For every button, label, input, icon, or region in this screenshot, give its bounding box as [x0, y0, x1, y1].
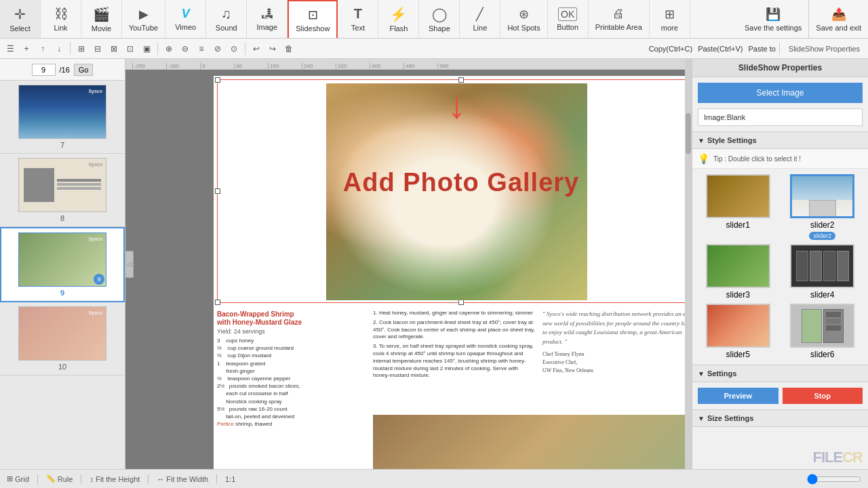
toolbar-line[interactable]: ╱ Line: [460, 0, 500, 38]
slider-thumb-5[interactable]: slider5: [698, 304, 778, 359]
toolbar-save-exit[interactable]: 📤 Save and exit: [808, 0, 868, 38]
toolbar-line-label: Line: [473, 24, 487, 32]
grid-toggle[interactable]: ⊞ Grid: [7, 474, 29, 483]
zoom-slider[interactable]: [807, 474, 861, 485]
toolbar-youtube[interactable]: ▶ YouTube: [122, 0, 165, 38]
toolbar-link[interactable]: ⛓ Link: [41, 0, 81, 38]
resize-handle[interactable]: ◁: [125, 251, 134, 278]
yield-label: Yield: 24 servings: [217, 328, 366, 335]
toolbar-save-settings[interactable]: 💾 Save the settings: [738, 0, 808, 38]
status-sep1: [37, 474, 38, 484]
slideshow-props-label: SlideShow Properties: [783, 45, 865, 53]
tb2-align1-btn[interactable]: ≡: [194, 41, 209, 56]
toolbar-movie[interactable]: 🎬 Movie: [81, 0, 122, 38]
size-settings-header[interactable]: ▼ Size Settings: [692, 409, 868, 427]
slide-item-7[interactable]: Sysco 7: [0, 81, 125, 154]
tb2-undo-btn[interactable]: ↩: [249, 41, 264, 56]
toolbar-vimeo[interactable]: V Vimeo: [165, 0, 206, 38]
preview-button[interactable]: Preview: [698, 388, 778, 404]
toolbar-shape[interactable]: ◯ Shape: [419, 0, 460, 38]
paste-label[interactable]: Paste(Ctrl+V): [698, 45, 743, 53]
slide-item-8[interactable]: Sysco 8: [0, 154, 125, 227]
toolbar-flash-label: Flash: [389, 24, 408, 33]
ruler-horizontal: -250 -160 0 80 160 240 320 400 480 560: [125, 59, 685, 70]
slider-thumb-2[interactable]: slider2 slider2: [783, 174, 863, 240]
settings-label: Settings: [707, 369, 736, 378]
tb2-delete-btn[interactable]: 🗑: [281, 41, 296, 56]
left-panel: /16 Go Sysco 7: [0, 59, 125, 469]
tb2-align2-btn[interactable]: ⊘: [210, 41, 225, 56]
slide-num-7: 7: [60, 141, 64, 149]
slider-thumb-4[interactable]: slider4: [783, 244, 863, 300]
rule-icon: 📏: [46, 474, 56, 483]
slide-item-10[interactable]: Sysco 10: [0, 302, 125, 375]
toolbar-vimeo-label: Vimeo: [175, 23, 196, 31]
tb2-copy-format-btn[interactable]: ⊕: [161, 41, 176, 56]
canvas-area[interactable]: -250 -160 0 80 160 240 320 400 480 560: [125, 59, 692, 469]
slider-thumb-3[interactable]: slider3: [698, 244, 778, 300]
recipe-subtitle: with Honey-Mustard Glaze: [217, 319, 366, 326]
tb2-add-btn[interactable]: +: [19, 41, 34, 56]
handle-tl[interactable]: [215, 77, 220, 83]
style-settings-header[interactable]: ▼ Style Settings: [692, 131, 868, 149]
toolbar-flash[interactable]: ⚡ Flash: [378, 0, 419, 38]
ingredient-6b: each cut crosswise in half: [217, 390, 366, 397]
tb2-up-btn[interactable]: ↑: [35, 41, 50, 56]
image-selection-box[interactable]: ↓ Add Photo Gallery: [217, 79, 692, 303]
fit-height-label: Fit the Height: [96, 475, 140, 483]
toolbar-image-label: Image: [256, 23, 277, 31]
toolbar-image[interactable]: 🏞 Image: [247, 0, 288, 38]
vimeo-icon: V: [182, 7, 190, 21]
chef-name: Chef Tenney Flynn: [542, 350, 692, 359]
tb2-down-btn[interactable]: ↓: [52, 41, 66, 56]
toolbar-sound[interactable]: ♫ Sound: [206, 0, 247, 38]
paste-to-label[interactable]: Paste to: [748, 45, 775, 53]
handle-bl[interactable]: [215, 300, 220, 305]
slide-number-input[interactable]: [32, 64, 56, 76]
slider1-label: slider1: [726, 220, 750, 230]
save-exit-label: Save and exit: [816, 24, 861, 32]
scroll-thumb[interactable]: [686, 113, 691, 154]
tip-box: 💡 Tip : Double click to select it !: [692, 149, 868, 169]
toolbar-button[interactable]: OK Button: [548, 0, 589, 38]
fit-height-btn[interactable]: ↕ Fit the Height: [90, 475, 140, 483]
settings-section-header[interactable]: ▼ Settings: [692, 365, 868, 382]
tb2-grid4-btn[interactable]: ⊡: [123, 41, 138, 56]
toolbar-slideshow[interactable]: ⊡ Slideshow: [288, 0, 338, 38]
tb2-grid5-btn[interactable]: ▣: [139, 41, 154, 56]
tb2-paste-format-btn[interactable]: ⊖: [178, 41, 193, 56]
toolbar-hotspots[interactable]: ⊛ Hot Spots: [500, 0, 547, 38]
go-button[interactable]: Go: [74, 64, 94, 76]
toolbar-more[interactable]: ⊞ more: [650, 0, 690, 38]
toolbar-text[interactable]: T Text: [338, 0, 378, 38]
slider-thumb-1[interactable]: slider1: [698, 174, 778, 240]
tb2-menu-btn[interactable]: ☰: [3, 41, 18, 56]
select-image-button[interactable]: Select Image: [698, 83, 863, 103]
fit-height-icon: ↕: [90, 475, 94, 483]
slider-thumb-6[interactable]: slider6: [783, 304, 863, 359]
stop-button[interactable]: Stop: [783, 388, 863, 404]
tb2-align3-btn[interactable]: ⊙: [226, 41, 241, 56]
toolbar-select[interactable]: ✛ Select: [0, 0, 41, 38]
tb2-grid2-btn[interactable]: ⊟: [90, 41, 105, 56]
toolbar-more-label: more: [661, 24, 678, 32]
tb2-redo-btn[interactable]: ↪: [265, 41, 280, 56]
page-canvas[interactable]: ↓ Add Photo Gallery Bacon-Wrapped Shrimp…: [214, 76, 692, 469]
grid-icon: ⊞: [7, 474, 13, 483]
scale-label: 1:1: [225, 475, 235, 483]
tb2-sep2: [157, 43, 158, 55]
tb2-grid1-btn[interactable]: ⊞: [74, 41, 89, 56]
recipe-title: Bacon-Wrapped Shrimp: [217, 310, 366, 319]
vertical-scrollbar[interactable]: [685, 59, 692, 469]
step-2: 2. Cook bacon on parchment-lined sheet t…: [373, 319, 536, 341]
handle-bc[interactable]: [458, 300, 464, 305]
fit-width-btn[interactable]: ↔ Fit the Width: [157, 475, 208, 483]
handle-tc[interactable]: [458, 77, 464, 83]
slide-thumb-9: Sysco 9: [18, 232, 106, 287]
copy-label[interactable]: Copy(Ctrl+C): [649, 45, 692, 53]
toolbar-printable[interactable]: 🖨 Printable Area: [589, 0, 650, 38]
slider4-label: slider4: [810, 290, 834, 300]
rule-toggle[interactable]: 📏 Rule: [46, 474, 73, 483]
tb2-grid3-btn[interactable]: ⊠: [106, 41, 121, 56]
slide-item-9[interactable]: Sysco 9 9: [0, 227, 125, 302]
